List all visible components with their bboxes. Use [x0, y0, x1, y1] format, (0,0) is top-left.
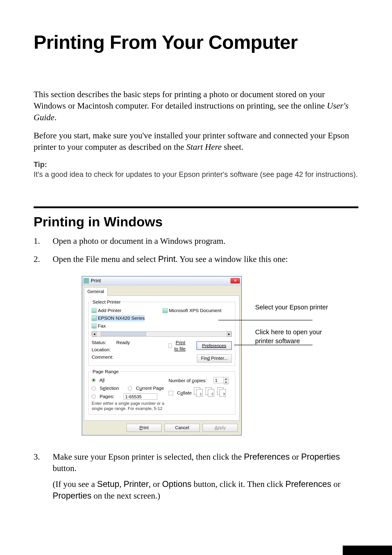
callout-select-printer: Select your Epson printer: [255, 303, 340, 312]
text-emphasis: Start Here: [186, 142, 222, 152]
printer-item-xps[interactable]: Microsoft XPS Document: [163, 307, 222, 314]
ui-term: Properties: [53, 491, 91, 500]
text: ,: [119, 479, 124, 489]
copies-spinner[interactable]: 1 ▲▼: [214, 377, 229, 384]
group-page-range: Page Range All Selection Cu: [88, 368, 235, 415]
text: This section describes the basic steps f…: [34, 89, 327, 110]
apply-button[interactable]: Apply: [203, 424, 238, 432]
printer-label: Microsoft XPS Document: [169, 307, 222, 314]
pages-input[interactable]: 1-65535: [124, 393, 157, 400]
printer-list-scrollbar[interactable]: ◄ ►: [92, 331, 232, 337]
tip-body: It's a good idea to check for updates to…: [34, 170, 358, 178]
radio-pages[interactable]: [92, 394, 96, 399]
section-heading: Printing in Windows: [34, 213, 358, 231]
printer-label: Fax: [98, 323, 106, 329]
preferences-button[interactable]: Preferences: [196, 341, 232, 350]
text: or: [331, 479, 340, 489]
ui-term: Setup: [97, 479, 119, 489]
button-label: Apply: [214, 425, 226, 431]
printer-icon: [92, 316, 96, 321]
printer-label: EPSON NX420 Series: [98, 315, 145, 321]
section-rule: [34, 206, 358, 208]
steps-list: Open a photo or document in a Windows pr…: [34, 235, 358, 502]
ui-term: Print: [158, 254, 176, 264]
intro-paragraph-1: This section describes the basic steps f…: [34, 89, 358, 123]
text: Open the File menu and select: [53, 254, 158, 264]
group-label: Select Printer: [92, 299, 122, 305]
print-dialog: Print ✕ General Select Printer Add Print…: [82, 276, 242, 435]
tab-page-general: Select Printer Add Printer EPSON NX420 S…: [84, 296, 239, 421]
page-icon: 3: [220, 389, 226, 397]
printer-icon: [163, 308, 168, 313]
button-label: Preferences: [202, 343, 226, 349]
location-label: Location:: [92, 347, 116, 353]
printer-item-fax[interactable]: Fax: [92, 323, 145, 329]
print-to-file-checkbox[interactable]: [169, 343, 172, 348]
ui-term: Preferences: [244, 452, 290, 461]
add-printer-icon: [92, 308, 96, 313]
text: , or: [149, 479, 162, 489]
collate-label: Collate: [176, 390, 192, 396]
group-select-printer: Select Printer Add Printer EPSON NX420 S…: [88, 299, 235, 366]
ui-term: Printer: [124, 479, 149, 489]
button-label: Print: [139, 425, 148, 431]
dialog-titlebar[interactable]: Print ✕: [82, 277, 241, 285]
text: (If you see a: [53, 479, 97, 489]
comment-label: Comment:: [92, 354, 116, 360]
scroll-left-button[interactable]: ◄: [92, 332, 97, 336]
radio-all-label: All: [98, 377, 105, 383]
collate-illustration: 11 22 33: [194, 387, 226, 396]
radio-current-page[interactable]: [128, 387, 132, 390]
radio-all[interactable]: [92, 378, 96, 382]
text: Make sure your Epson printer is selected…: [53, 452, 244, 461]
print-button[interactable]: Print: [126, 424, 162, 432]
printer-item-add[interactable]: Add Printer: [92, 307, 145, 314]
step-3: Make sure your Epson printer is selected…: [34, 451, 358, 502]
text: button.: [53, 463, 77, 473]
fax-icon: [92, 323, 96, 329]
spin-down-icon[interactable]: ▼: [224, 381, 228, 384]
find-printer-button[interactable]: Find Printer...: [197, 354, 232, 362]
ui-term: Preferences: [285, 479, 331, 489]
figure-print-dialog: Print ✕ General Select Printer Add Print…: [82, 276, 358, 435]
radio-selection-label: Selection: [98, 385, 119, 391]
tab-general[interactable]: General: [84, 287, 108, 296]
text: on the next screen.): [91, 491, 160, 500]
scroll-thumb[interactable]: [101, 332, 146, 336]
status-label: Status:: [92, 339, 116, 346]
group-label: Page Range: [92, 368, 120, 375]
page-title: Printing From Your Computer: [34, 29, 358, 55]
collate-checkbox[interactable]: [169, 391, 173, 395]
callout-open-software: Click here to open your printer software: [255, 328, 340, 345]
ui-term: Properties: [301, 452, 340, 461]
pages-help-text: Enter either a single page number or a s…: [92, 401, 165, 411]
printer-label: Add Printer: [98, 307, 121, 314]
spin-up-icon[interactable]: ▲: [224, 377, 228, 381]
scroll-right-button[interactable]: ►: [227, 332, 232, 336]
copies-value[interactable]: 1: [214, 377, 224, 383]
tip-label: Tip:: [34, 160, 47, 168]
step-1: Open a photo or document in a Windows pr…: [34, 235, 358, 247]
radio-current-page-label: Current Page: [135, 385, 164, 391]
text: Open a photo or document in a Windows pr…: [53, 236, 225, 246]
cancel-button[interactable]: Cancel: [165, 424, 200, 432]
text: sheet.: [222, 142, 244, 152]
intro-paragraph-2: Before you start, make sure you've insta…: [34, 130, 358, 153]
step-2: Open the File menu and select Print. You…: [34, 253, 358, 435]
printer-icon: [84, 278, 89, 284]
ui-term: Options: [162, 479, 192, 489]
text: . You see a window like this one:: [176, 254, 288, 264]
dialog-button-row: Print Cancel Apply: [82, 421, 241, 435]
text: Print to file: [174, 340, 185, 351]
tip-block: Tip: It's a good idea to check for updat…: [34, 160, 358, 180]
page-icon: 1: [196, 389, 202, 397]
status-value: Ready: [116, 339, 169, 346]
printer-item-epson[interactable]: EPSON NX420 Series: [92, 315, 145, 321]
radio-selection[interactable]: [92, 387, 96, 390]
page-icon: 2: [208, 389, 214, 397]
dialog-title: Print: [91, 278, 230, 284]
close-button[interactable]: ✕: [230, 278, 240, 284]
radio-pages-label: Pages:: [98, 393, 114, 400]
thumb-index-bar: [343, 546, 392, 555]
text: button, click it. Then click: [192, 479, 285, 489]
